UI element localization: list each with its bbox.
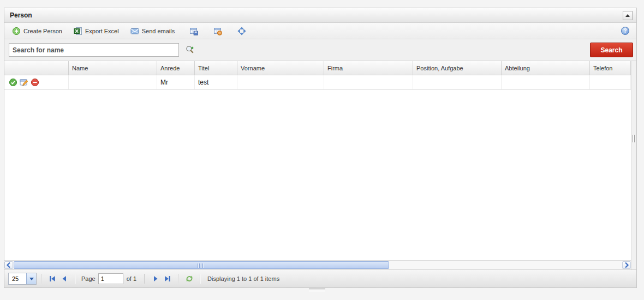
page: { "panel": { "title": "Person" }, "toolb… bbox=[0, 0, 644, 300]
cell-vorname bbox=[237, 75, 324, 90]
page-size-select[interactable]: 25 bbox=[8, 273, 37, 285]
toolbar: Create Person Export Excel Send emails bbox=[4, 23, 636, 39]
column-header-actions[interactable] bbox=[4, 61, 69, 75]
magnifier-zoom-icon[interactable] bbox=[186, 45, 194, 54]
grid: Name Anrede Titel Vorname Firma Position… bbox=[4, 61, 631, 269]
search-bar: Search bbox=[4, 39, 636, 61]
collapse-arrow-icon bbox=[625, 14, 630, 17]
refresh-button[interactable] bbox=[183, 273, 195, 285]
grid-empty-body bbox=[4, 90, 631, 260]
envelope-icon bbox=[130, 27, 139, 35]
table-remove-icon bbox=[213, 27, 222, 35]
last-page-button[interactable] bbox=[162, 273, 174, 285]
table-save-icon bbox=[189, 27, 198, 35]
send-emails-button[interactable]: Send emails bbox=[127, 25, 178, 38]
delete-minus-icon[interactable] bbox=[31, 78, 39, 87]
save-grid-state-button[interactable] bbox=[186, 25, 202, 38]
column-header-anrede[interactable]: Anrede bbox=[157, 61, 195, 75]
chevron-down-icon bbox=[29, 278, 34, 280]
panel-titlebar: Person bbox=[4, 8, 636, 23]
create-person-button[interactable]: Create Person bbox=[9, 25, 65, 38]
cell-anrede: Mr bbox=[157, 75, 195, 90]
right-splitter[interactable] bbox=[631, 61, 636, 269]
page-label: Page bbox=[81, 275, 96, 282]
column-header-firma[interactable]: Firma bbox=[324, 61, 413, 75]
page-count-label: of 1 bbox=[127, 275, 136, 282]
paging-toolbar: 25 Page of 1 bbox=[4, 269, 636, 287]
table-row[interactable]: Mr test bbox=[4, 75, 631, 90]
last-page-icon bbox=[163, 274, 172, 283]
export-excel-label: Export Excel bbox=[85, 28, 119, 34]
create-person-label: Create Person bbox=[23, 28, 62, 34]
column-header-position-aufgabe[interactable]: Position, Aufgabe bbox=[413, 61, 502, 75]
help-icon[interactable]: ? bbox=[621, 27, 629, 35]
excel-document-icon bbox=[74, 27, 82, 35]
cell-name bbox=[69, 75, 157, 90]
collapse-panel-button[interactable] bbox=[623, 11, 633, 20]
pager-separator bbox=[200, 274, 201, 284]
page-number-input[interactable] bbox=[98, 273, 123, 284]
chevron-right-icon bbox=[624, 262, 629, 268]
column-header-vorname[interactable]: Vorname bbox=[237, 61, 324, 75]
row-action-cell bbox=[4, 75, 69, 90]
cell-titel: test bbox=[195, 75, 237, 90]
person-panel: Person Create Person Export Excel bbox=[4, 8, 637, 288]
pager-separator bbox=[178, 274, 179, 284]
edit-icon[interactable] bbox=[20, 78, 28, 87]
next-page-button[interactable] bbox=[150, 273, 162, 285]
page-size-value: 25 bbox=[9, 273, 26, 284]
chevron-left-icon bbox=[6, 262, 11, 268]
grid-header-row: Name Anrede Titel Vorname Firma Position… bbox=[4, 61, 631, 75]
plus-circle-icon bbox=[12, 27, 21, 35]
column-header-name[interactable]: Name bbox=[69, 61, 157, 75]
send-emails-label: Send emails bbox=[142, 28, 175, 34]
column-header-abteilung[interactable]: Abteilung bbox=[502, 61, 590, 75]
remove-grid-state-button[interactable] bbox=[210, 25, 226, 38]
cell-telefon bbox=[590, 75, 631, 90]
grid-wrap: Name Anrede Titel Vorname Firma Position… bbox=[4, 61, 636, 269]
pager-separator bbox=[75, 274, 76, 284]
search-button[interactable]: Search bbox=[590, 43, 633, 57]
search-input[interactable] bbox=[9, 43, 179, 57]
approve-check-icon[interactable] bbox=[9, 78, 17, 87]
panel-title: Person bbox=[10, 11, 32, 19]
scroll-right-button[interactable] bbox=[622, 261, 631, 269]
displaying-status: Displaying 1 to 1 of 1 items bbox=[207, 275, 279, 282]
refresh-icon bbox=[185, 274, 194, 283]
pager-separator bbox=[41, 274, 42, 284]
move-arrows-icon bbox=[237, 27, 246, 35]
cell-abteilung bbox=[502, 75, 590, 90]
scrollbar-thumb[interactable] bbox=[14, 261, 389, 269]
page-size-trigger[interactable] bbox=[26, 273, 36, 284]
first-page-icon bbox=[48, 274, 57, 283]
move-button[interactable] bbox=[234, 25, 250, 38]
scrollbar-grip bbox=[198, 263, 203, 268]
export-excel-button[interactable]: Export Excel bbox=[70, 25, 122, 38]
first-page-button[interactable] bbox=[46, 273, 58, 285]
bottom-splitter[interactable] bbox=[309, 289, 325, 292]
column-header-telefon[interactable]: Telefon bbox=[590, 61, 631, 75]
column-header-titel[interactable]: Titel bbox=[195, 61, 237, 75]
previous-page-button[interactable] bbox=[58, 273, 70, 285]
scroll-left-button[interactable] bbox=[4, 261, 13, 269]
previous-page-icon bbox=[60, 274, 69, 283]
cell-position-aufgabe bbox=[413, 75, 502, 90]
pager-separator bbox=[144, 274, 145, 284]
horizontal-scrollbar[interactable] bbox=[4, 260, 631, 269]
cell-firma bbox=[324, 75, 413, 90]
next-page-icon bbox=[151, 274, 160, 283]
right-splitter-grip bbox=[633, 135, 635, 142]
